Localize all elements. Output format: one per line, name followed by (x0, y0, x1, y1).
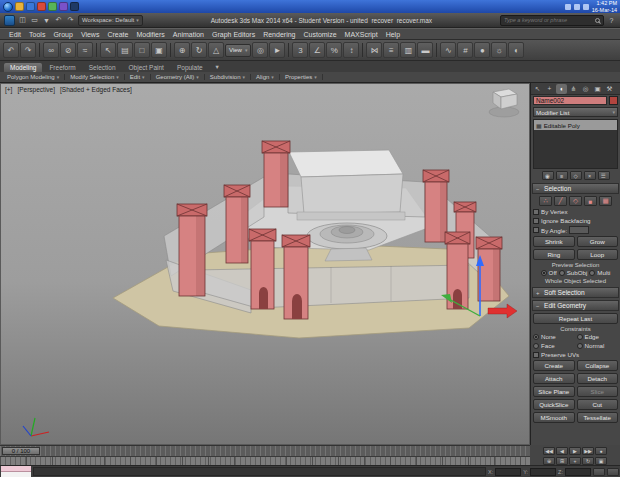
go-to-end-icon[interactable]: ▶▶ (582, 447, 594, 455)
angle-snap-icon[interactable]: ∠ (309, 42, 325, 58)
ribbon-panel-subdivision[interactable]: Subdivision▾ (205, 74, 251, 80)
percent-snap-icon[interactable]: % (326, 42, 342, 58)
ribbon-panel-align[interactable]: Align▾ (251, 74, 280, 80)
unlink-selection-icon[interactable]: ⊘ (60, 42, 76, 58)
go-to-start-icon[interactable]: ◀◀ (543, 447, 555, 455)
tab-create-icon[interactable]: + (544, 84, 555, 94)
x-coordinate-field[interactable] (495, 468, 521, 476)
set-key-button[interactable] (607, 468, 619, 476)
border-subobject-icon[interactable]: ◇ (569, 196, 582, 206)
render-setup-icon[interactable]: ☼ (491, 42, 507, 58)
material-editor-icon[interactable]: ● (474, 42, 490, 58)
search-input[interactable] (504, 17, 593, 23)
tab-motion-icon[interactable]: ◎ (580, 84, 591, 94)
preview-off-radio[interactable] (541, 270, 547, 276)
key-mode-icon[interactable]: ● (595, 447, 607, 455)
by-angle-checkbox[interactable] (533, 227, 539, 233)
select-arrow-icon[interactable]: ↖ (532, 84, 543, 94)
grow-button[interactable]: Grow (577, 236, 619, 247)
modifier-list-dropdown[interactable]: Modifier List ▾ (533, 107, 618, 117)
vertex-subobject-icon[interactable]: ∴ (539, 196, 552, 206)
msmooth-button[interactable]: MSmooth (533, 412, 575, 423)
configure-modifier-icon[interactable]: ☰ (598, 171, 610, 180)
spinner-snap-icon[interactable]: ↕ (343, 42, 359, 58)
max-application-button[interactable] (4, 15, 15, 26)
rollout-selection[interactable]: − Selection (532, 183, 619, 194)
select-object-icon[interactable]: ↖ (100, 42, 116, 58)
ribbon-tab-selection[interactable]: Selection (83, 63, 122, 72)
tray-icon[interactable] (583, 4, 589, 10)
ribbon-minimize-icon[interactable]: ▾ (210, 62, 225, 72)
central-keep[interactable] (289, 150, 405, 220)
make-unique-icon[interactable]: ◇ (570, 171, 582, 180)
rollout-edit-geometry[interactable]: − Edit Geometry (532, 300, 619, 311)
mirror-icon[interactable]: ⋈ (366, 42, 382, 58)
menu-animation[interactable]: Animation (169, 31, 208, 38)
by-vertex-checkbox[interactable] (533, 209, 539, 215)
viewcube[interactable] (489, 89, 519, 117)
repeat-last-button[interactable]: Repeat Last (533, 313, 618, 324)
viewport-pov-menu[interactable]: [Perspective] (17, 86, 55, 93)
by-angle-value-field[interactable] (569, 226, 589, 234)
menu-help[interactable]: Help (382, 31, 404, 38)
zoom-icon[interactable]: ⊕ (543, 457, 555, 465)
preview-multi-radio[interactable] (589, 270, 595, 276)
collapse-button[interactable]: Collapse (577, 360, 619, 371)
time-slider-track[interactable]: 0 / 100 (0, 445, 530, 456)
constraint-none-radio[interactable] (533, 334, 539, 340)
tab-hierarchy-icon[interactable]: ⋔ (568, 84, 579, 94)
maximize-viewport-icon[interactable]: ▣ (595, 457, 607, 465)
ring-button[interactable]: Ring (533, 249, 575, 260)
select-and-manipulate-icon[interactable]: ► (269, 42, 285, 58)
selection-region-icon[interactable]: □ (134, 42, 150, 58)
ribbon-panel-modify-selection[interactable]: Modify Selection▾ (65, 74, 125, 80)
cut-button[interactable]: Cut (577, 399, 619, 410)
save-file-icon[interactable]: ▼ (42, 17, 51, 24)
window-crossing-icon[interactable]: ▣ (151, 42, 167, 58)
menu-edit[interactable]: Edit (5, 31, 25, 38)
snaps-toggle-icon[interactable]: 3 (292, 42, 308, 58)
curve-editor-icon[interactable]: ∿ (440, 42, 456, 58)
select-and-move-icon[interactable]: ⊕ (174, 42, 190, 58)
tray-icon[interactable] (565, 4, 571, 10)
loop-button[interactable]: Loop (577, 249, 619, 260)
create-button[interactable]: Create (533, 360, 575, 371)
taskbar-app-icon-photoshop[interactable] (70, 2, 79, 11)
ribbon-panel-properties[interactable]: Properties▾ (280, 74, 323, 80)
modifier-stack[interactable]: ▦ Editable Poly (533, 119, 618, 169)
tab-modify-icon[interactable]: ◖ (556, 84, 567, 94)
new-file-icon[interactable]: ◫ (18, 16, 27, 24)
select-by-name-icon[interactable]: ▤ (117, 42, 133, 58)
object-color-swatch[interactable] (609, 96, 618, 105)
select-and-link-icon[interactable]: ∞ (43, 42, 59, 58)
taskbar-app-icon-media[interactable] (59, 2, 68, 11)
tab-display-icon[interactable]: ▣ (592, 84, 603, 94)
rollout-soft-selection[interactable]: + Soft Selection (532, 287, 619, 298)
zoom-extents-icon[interactable]: ⊞ (556, 457, 568, 465)
tessellate-button[interactable]: Tessellate (577, 412, 619, 423)
previous-frame-icon[interactable]: ◀ (556, 447, 568, 455)
open-file-icon[interactable]: ▭ (30, 16, 39, 24)
reference-coordinate-dropdown[interactable]: View ▾ (225, 44, 251, 57)
search-icon[interactable] (595, 18, 600, 23)
auto-key-button[interactable] (593, 468, 605, 476)
help-icon[interactable]: ? (607, 17, 616, 24)
maxscript-mini-listener[interactable] (1, 466, 31, 477)
detach-button[interactable]: Detach (577, 373, 619, 384)
orbit-icon[interactable]: ↻ (582, 457, 594, 465)
z-coordinate-field[interactable] (565, 468, 591, 476)
infocenter-search[interactable] (500, 15, 604, 26)
pan-icon[interactable]: + (569, 457, 581, 465)
show-end-result-icon[interactable]: ≡ (556, 171, 568, 180)
align-icon[interactable]: ≡ (383, 42, 399, 58)
ribbon-panel-polygon-modeling[interactable]: Polygon Modeling▾ (2, 74, 65, 80)
remove-modifier-icon[interactable]: × (584, 171, 596, 180)
undo-icon[interactable]: ↶ (54, 16, 63, 24)
menu-tools[interactable]: Tools (25, 31, 49, 38)
ribbon-toggle-icon[interactable]: ▬ (417, 42, 433, 58)
menu-views[interactable]: Views (77, 31, 104, 38)
preserve-uvs-checkbox[interactable] (533, 352, 539, 358)
taskbar-app-icon-browser[interactable] (26, 2, 35, 11)
tray-icon[interactable] (574, 4, 580, 10)
polygon-subobject-icon[interactable]: ■ (584, 196, 597, 206)
